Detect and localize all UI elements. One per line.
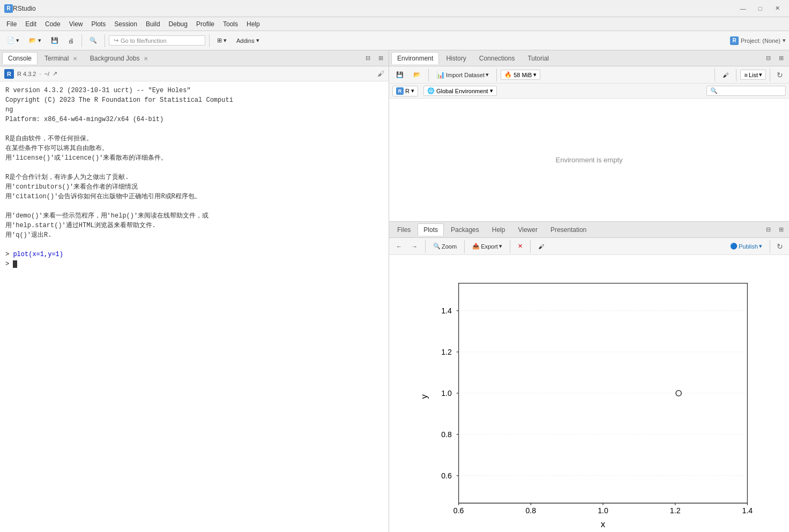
env-refresh-btn[interactable]: ↻ bbox=[774, 69, 786, 81]
startup-text-2c: ng bbox=[5, 106, 13, 114]
open-file-icon: 📂 bbox=[29, 37, 36, 44]
left-panel: Console Terminal ✕ Background Jobs ✕ ⊟ ⊞… bbox=[0, 50, 389, 532]
global-env-dropdown[interactable]: ▾ bbox=[490, 87, 493, 94]
cn-line-1: R是自由软件，不带任何担保。 bbox=[5, 134, 383, 144]
menu-session[interactable]: Session bbox=[110, 19, 142, 29]
r-selector-dropdown[interactable]: ▾ bbox=[411, 87, 414, 94]
project-dropdown-icon[interactable]: ▾ bbox=[783, 37, 786, 44]
grid-button[interactable]: ⊞ ▾ bbox=[213, 35, 230, 46]
menu-code[interactable]: Code bbox=[41, 19, 65, 29]
startup-line-3: Platform: x86_64-w64-mingw32/x64 (64-bit… bbox=[5, 115, 383, 124]
publish-dropdown-icon[interactable]: ▾ bbox=[759, 243, 762, 250]
open-file-button[interactable]: 📂 ▾ bbox=[25, 35, 45, 46]
menu-view[interactable]: View bbox=[65, 19, 87, 29]
export-dropdown-icon[interactable]: ▾ bbox=[499, 243, 502, 250]
blank-3 bbox=[5, 201, 383, 211]
tab-history[interactable]: History bbox=[440, 52, 472, 64]
open-file-dropdown-icon[interactable]: ▾ bbox=[38, 37, 41, 44]
new-file-button[interactable]: 📄 ▾ bbox=[3, 35, 23, 46]
tab-terminal[interactable]: Terminal ✕ bbox=[39, 52, 83, 64]
tab-help[interactable]: Help bbox=[486, 223, 511, 236]
import-dataset-btn[interactable]: 📊 Import Dataset ▾ bbox=[433, 69, 493, 80]
minimize-button[interactable]: — bbox=[735, 1, 750, 16]
tab-connections[interactable]: Connections bbox=[473, 52, 521, 64]
cn-line-11: 用'q()'退出R. bbox=[5, 230, 383, 240]
plots-refresh-btn[interactable]: ↻ bbox=[774, 241, 786, 252]
plot-back-btn[interactable]: ← bbox=[392, 242, 406, 251]
console-brush-icon: 🖌 bbox=[377, 70, 384, 78]
env-brush-btn[interactable]: 🖌 bbox=[719, 70, 732, 80]
menu-plots[interactable]: Plots bbox=[87, 19, 110, 29]
tab-console[interactable]: Console bbox=[2, 52, 38, 64]
r-logo: R bbox=[4, 69, 14, 79]
find-in-files-button[interactable]: 🔍 bbox=[86, 35, 101, 46]
tab-terminal-close[interactable]: ✕ bbox=[73, 56, 77, 62]
close-button[interactable]: ✕ bbox=[770, 1, 785, 16]
memory-dropdown-icon[interactable]: ▾ bbox=[533, 71, 537, 78]
env-empty-message: Environment is empty bbox=[389, 99, 789, 221]
env-minimize-btn[interactable]: ⊟ bbox=[762, 53, 774, 64]
env-search-input[interactable] bbox=[718, 88, 782, 94]
console-clear-btn[interactable]: 🖌 bbox=[377, 70, 384, 78]
tab-presentation[interactable]: Presentation bbox=[545, 223, 592, 236]
environment-panel: Environment History Connections Tutorial… bbox=[389, 50, 789, 222]
tab-background-jobs-close[interactable]: ✕ bbox=[144, 56, 148, 62]
menu-help[interactable]: Help bbox=[242, 19, 264, 29]
console-content[interactable]: R version 4.3.2 (2023-10-31 ucrt) -- "Ey… bbox=[0, 81, 389, 532]
go-to-function-label: Go to file/function bbox=[121, 38, 167, 44]
x-tick-10: 1.0 bbox=[598, 506, 608, 515]
console-maximize-btn[interactable]: ⊞ bbox=[375, 53, 386, 64]
cursor bbox=[13, 260, 17, 268]
memory-badge[interactable]: 🔥 58 MiB ▾ bbox=[501, 70, 540, 80]
import-dropdown-icon[interactable]: ▾ bbox=[486, 71, 489, 78]
x-tick-06: 0.6 bbox=[453, 506, 464, 515]
save-button[interactable]: 💾 bbox=[47, 35, 62, 46]
tab-environment[interactable]: Environment bbox=[391, 52, 439, 64]
go-to-function-input[interactable]: ↪ Go to file/function bbox=[109, 35, 205, 46]
console-tabs: Console Terminal ✕ Background Jobs ✕ ⊟ ⊞ bbox=[0, 50, 389, 66]
global-env-selector[interactable]: 🌐 Global Environment ▾ bbox=[423, 86, 497, 96]
plots-brush-btn[interactable]: 🖌 bbox=[534, 242, 548, 251]
addins-dropdown-icon[interactable]: ▾ bbox=[256, 37, 259, 44]
delete-btn[interactable]: ✕ bbox=[514, 241, 526, 251]
r-selector[interactable]: R R ▾ bbox=[392, 86, 418, 96]
print-button[interactable]: 🖨 bbox=[64, 35, 78, 46]
grid-dropdown-icon[interactable]: ▾ bbox=[224, 37, 227, 44]
env-save-btn[interactable]: 💾 bbox=[392, 70, 407, 80]
env-load-btn[interactable]: 📂 bbox=[410, 70, 425, 80]
env-maximize-btn[interactable]: ⊞ bbox=[775, 53, 787, 64]
menu-tools[interactable]: Tools bbox=[219, 19, 242, 29]
tab-plots[interactable]: Plots bbox=[418, 223, 444, 236]
env-selector-row: R R ▾ 🌐 Global Environment ▾ 🔍 bbox=[389, 84, 789, 99]
menu-edit[interactable]: Edit bbox=[21, 19, 41, 29]
cn-text-3: 用'license()'或'licence()'来看散布的详细条件。 bbox=[5, 154, 167, 162]
y-tick-14: 1.4 bbox=[441, 306, 452, 315]
new-file-dropdown-icon[interactable]: ▾ bbox=[16, 37, 19, 44]
plots-maximize-btn[interactable]: ⊞ bbox=[775, 224, 787, 236]
console-nav-icon[interactable]: ↗ bbox=[53, 70, 57, 77]
plots-minimize-btn[interactable]: ⊟ bbox=[762, 224, 774, 236]
env-search-box[interactable]: 🔍 bbox=[706, 86, 786, 96]
console-home-path: ~/ bbox=[44, 71, 49, 77]
console-minimize-btn[interactable]: ⊟ bbox=[362, 53, 374, 64]
tab-packages[interactable]: Packages bbox=[445, 223, 485, 236]
tab-background-jobs[interactable]: Background Jobs ✕ bbox=[84, 52, 154, 64]
plot-forward-btn[interactable]: → bbox=[408, 242, 421, 251]
list-dropdown-icon[interactable]: ▾ bbox=[759, 71, 762, 78]
zoom-btn[interactable]: 🔍 Zoom bbox=[429, 241, 460, 251]
addins-button[interactable]: Addins ▾ bbox=[233, 35, 263, 46]
x-axis-label: x bbox=[600, 519, 605, 529]
menu-build[interactable]: Build bbox=[142, 19, 165, 29]
export-btn[interactable]: 📤 Export ▾ bbox=[468, 241, 506, 251]
cn-line-2: 在某些条件下你可以将其自由散布。 bbox=[5, 144, 383, 153]
menu-file[interactable]: File bbox=[2, 19, 21, 29]
project-indicator: R Project: (None) ▾ bbox=[730, 36, 786, 45]
list-view-btn[interactable]: ≡ List ▾ bbox=[740, 70, 766, 80]
tab-tutorial[interactable]: Tutorial bbox=[522, 52, 555, 64]
menu-debug[interactable]: Debug bbox=[165, 19, 192, 29]
publish-btn[interactable]: 🔵 Publish ▾ bbox=[726, 241, 766, 251]
tab-viewer[interactable]: Viewer bbox=[512, 223, 543, 236]
maximize-button[interactable]: □ bbox=[753, 1, 768, 16]
menu-profile[interactable]: Profile bbox=[192, 19, 219, 29]
tab-files[interactable]: Files bbox=[391, 223, 416, 236]
